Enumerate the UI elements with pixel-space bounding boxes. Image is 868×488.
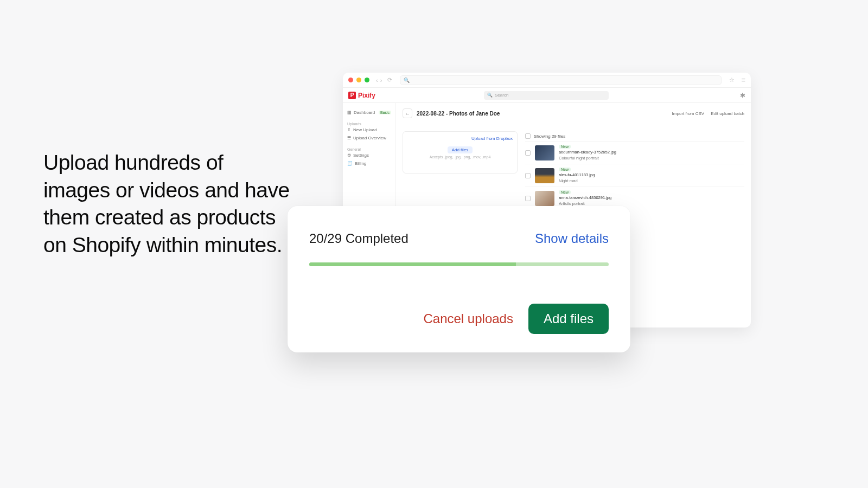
add-files-button[interactable]: Add files bbox=[528, 304, 609, 334]
sidebar-item-billing[interactable]: 🧾 Billing bbox=[347, 159, 391, 168]
plan-badge: Basic bbox=[379, 111, 391, 114]
select-all-checkbox[interactable] bbox=[525, 133, 531, 139]
sidebar-item-label: Settings bbox=[353, 153, 369, 158]
hero-title: Upload hundreds of images or videos and … bbox=[43, 149, 293, 259]
sidebar-item-dashboard[interactable]: ▦ Dashboard Basic bbox=[347, 108, 391, 117]
status-badge: New bbox=[559, 190, 571, 194]
sidebar-item-upload-overview[interactable]: ☰ Upload Overview bbox=[347, 134, 391, 142]
billing-icon: 🧾 bbox=[347, 161, 353, 166]
brand[interactable]: P Pixify bbox=[348, 92, 375, 99]
sidebar-item-settings[interactable]: ⚙ Settings bbox=[347, 151, 391, 159]
browser-menu-icon[interactable]: ≡ bbox=[741, 76, 745, 84]
window-close-dot[interactable] bbox=[348, 78, 353, 82]
show-details-link[interactable]: Show details bbox=[535, 231, 609, 246]
sidebar-item-label: Upload Overview bbox=[353, 136, 386, 140]
thumbnail bbox=[535, 191, 554, 206]
add-files-pill[interactable]: Add files bbox=[448, 146, 473, 153]
sidebar-item-label: Dashboard bbox=[354, 110, 375, 115]
row-checkbox[interactable] bbox=[525, 150, 531, 156]
window-min-dot[interactable] bbox=[356, 78, 361, 82]
status-badge: New bbox=[559, 145, 571, 149]
modal-actions: Cancel uploads Add files bbox=[309, 304, 609, 334]
sidebar-item-new-upload[interactable]: ⇧ New Upload bbox=[347, 126, 391, 134]
hero-copy: Upload hundreds of images or videos and … bbox=[43, 149, 293, 259]
upload-progress-modal: 20/29 Completed Show details Cancel uplo… bbox=[288, 206, 630, 352]
search-icon: 🔍 bbox=[404, 78, 410, 83]
accepted-formats-text: Accepts .jpeg, .jpg, .png, .mov, .mp4 bbox=[430, 155, 491, 159]
app-settings-icon[interactable]: ✱ bbox=[740, 92, 745, 99]
file-name: abdurhman-elkady-3752652.jpg bbox=[559, 150, 616, 155]
dashboard-icon: ▦ bbox=[347, 110, 352, 115]
app-search-placeholder: Search bbox=[495, 93, 508, 98]
nav-arrows: ‹ › bbox=[376, 77, 382, 84]
sidebar-section-uploads: Uploads bbox=[347, 122, 391, 126]
file-name: anna-tarazevich-4850291.jpg bbox=[559, 195, 611, 200]
progress-label: 20/29 Completed bbox=[309, 231, 409, 246]
row-checkbox[interactable] bbox=[525, 173, 531, 178]
progress-fill bbox=[309, 262, 516, 266]
header-actions: Import from CSV Edit upload batch bbox=[672, 111, 744, 116]
cancel-uploads-button[interactable]: Cancel uploads bbox=[423, 311, 513, 326]
file-meta: New anna-tarazevich-4850291.jpg Artistic… bbox=[559, 190, 611, 206]
file-caption: Artistic portrait bbox=[559, 201, 611, 206]
upload-card: Upload from Dropbox Add files Accepts .j… bbox=[403, 131, 518, 174]
file-list-header: Showing 29 files bbox=[525, 131, 744, 141]
reload-icon[interactable]: ⟳ bbox=[387, 76, 392, 84]
sidebar-item-label: Billing bbox=[355, 161, 366, 166]
back-button[interactable]: ← bbox=[403, 108, 412, 118]
thumbnail bbox=[535, 168, 554, 183]
app-header: P Pixify 🔍 Search ✱ bbox=[343, 88, 751, 103]
file-caption: Night road bbox=[559, 178, 595, 183]
edit-batch-link[interactable]: Edit upload batch bbox=[711, 111, 744, 116]
progress-bar bbox=[309, 262, 609, 266]
file-meta: New abdurhman-elkady-3752652.jpg Colourf… bbox=[559, 145, 616, 160]
page-title: 2022-08-22 - Photos of Jane Doe bbox=[417, 111, 500, 117]
file-meta: New alex-fu-4011183.jpg Night road bbox=[559, 168, 595, 183]
sidebar-item-label: New Upload bbox=[353, 127, 377, 132]
file-row[interactable]: New abdurhman-elkady-3752652.jpg Colourf… bbox=[525, 141, 744, 164]
file-name: alex-fu-4011183.jpg bbox=[559, 172, 595, 177]
nav-forward-icon[interactable]: › bbox=[380, 77, 382, 84]
modal-header: 20/29 Completed Show details bbox=[309, 231, 609, 246]
browser-chrome: ‹ › ⟳ 🔍 ☆ ≡ bbox=[343, 73, 751, 88]
overview-icon: ☰ bbox=[347, 136, 351, 140]
file-row[interactable]: New alex-fu-4011183.jpg Night road bbox=[525, 164, 744, 187]
search-icon: 🔍 bbox=[487, 93, 493, 98]
app-search-input[interactable]: 🔍 Search bbox=[484, 91, 609, 100]
window-max-dot[interactable] bbox=[365, 78, 369, 82]
row-checkbox[interactable] bbox=[525, 196, 531, 201]
gear-icon: ⚙ bbox=[347, 153, 351, 158]
import-csv-link[interactable]: Import from CSV bbox=[672, 111, 705, 116]
nav-back-icon[interactable]: ‹ bbox=[376, 77, 378, 84]
brand-name: Pixify bbox=[358, 92, 375, 99]
url-bar[interactable]: 🔍 bbox=[400, 75, 722, 85]
upload-from-dropbox-link[interactable]: Upload from Dropbox bbox=[471, 136, 513, 141]
status-badge: New bbox=[559, 168, 571, 171]
file-list-column: Showing 29 files New abdurhman-elkady-37… bbox=[525, 131, 744, 209]
upload-dropzone-column: Upload from Dropbox Add files Accepts .j… bbox=[403, 131, 518, 209]
brand-mark-icon: P bbox=[348, 92, 356, 99]
sidebar-section-general: General bbox=[347, 147, 391, 151]
thumbnail bbox=[535, 145, 554, 160]
file-caption: Colourful night portrait bbox=[559, 156, 616, 160]
upload-icon: ⇧ bbox=[347, 127, 351, 132]
bookmark-star-icon[interactable]: ☆ bbox=[729, 76, 735, 84]
file-count-label: Showing 29 files bbox=[534, 134, 565, 139]
page-header: ← 2022-08-22 - Photos of Jane Doe Import… bbox=[403, 108, 744, 118]
